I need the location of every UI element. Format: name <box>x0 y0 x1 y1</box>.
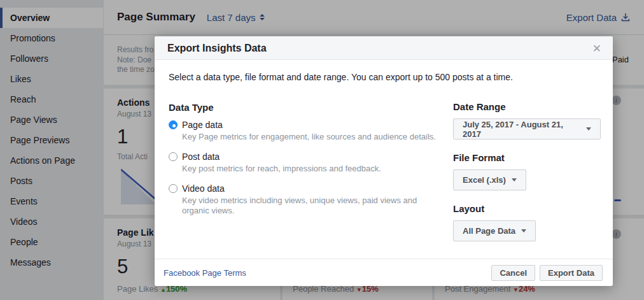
date-range-dropdown[interactable]: July 25, 2017 - August 21, 2017 <box>453 118 601 139</box>
close-icon[interactable]: ✕ <box>590 41 604 57</box>
radio-video-data-label: Video data <box>182 183 225 194</box>
export-insights-modal: Export Insights Data ✕ Select a data typ… <box>155 36 613 286</box>
chevron-down-icon <box>586 127 591 131</box>
layout-heading: Layout <box>453 203 601 214</box>
date-range-heading: Date Range <box>453 101 601 112</box>
radio-post-data[interactable]: Post data <box>169 152 442 162</box>
file-format-dropdown[interactable]: Excel (.xls) <box>453 169 526 190</box>
cancel-button[interactable]: Cancel <box>491 265 535 281</box>
export-data-button[interactable]: Export Data <box>540 265 603 281</box>
chevron-down-icon <box>512 178 517 182</box>
facebook-page-terms-link[interactable]: Facebook Page Terms <box>164 268 246 278</box>
radio-page-data-label: Page data <box>182 120 223 130</box>
radio-video-data[interactable]: Video data <box>169 183 442 194</box>
modal-title: Export Insights Data <box>155 36 613 60</box>
modal-footer: Facebook Page Terms Cancel Export Data <box>155 259 613 286</box>
radio-page-data[interactable]: Page data <box>169 120 442 130</box>
radio-unselected-icon[interactable] <box>169 152 178 161</box>
data-type-section: Data Type Page data Key Page metrics for… <box>169 102 442 225</box>
date-range-value: July 25, 2017 - August 21, 2017 <box>463 120 580 139</box>
radio-post-data-label: Post data <box>182 152 220 162</box>
modal-intro-text: Select a data type, file format and date… <box>169 72 595 82</box>
chevron-down-icon <box>521 229 526 232</box>
data-type-heading: Data Type <box>169 102 442 113</box>
export-options-section: Date Range July 25, 2017 - August 21, 20… <box>453 101 601 241</box>
radio-video-data-description: Key video metrics including views, uniqu… <box>182 196 442 216</box>
radio-selected-icon[interactable] <box>169 120 178 129</box>
radio-page-data-description: Key Page metrics for engagement, like so… <box>182 132 442 142</box>
radio-unselected-icon[interactable] <box>169 184 178 193</box>
layout-value: All Page Data <box>463 226 515 236</box>
file-format-value: Excel (.xls) <box>463 175 506 185</box>
insights-page: Overview Promotions Followers Likes Reac… <box>0 0 644 300</box>
modal-header: Export Insights Data ✕ <box>155 36 613 60</box>
file-format-heading: File Format <box>453 152 601 163</box>
layout-dropdown[interactable]: All Page Data <box>453 220 536 241</box>
radio-post-data-description: Key post metrics for reach, impressions … <box>182 164 442 174</box>
